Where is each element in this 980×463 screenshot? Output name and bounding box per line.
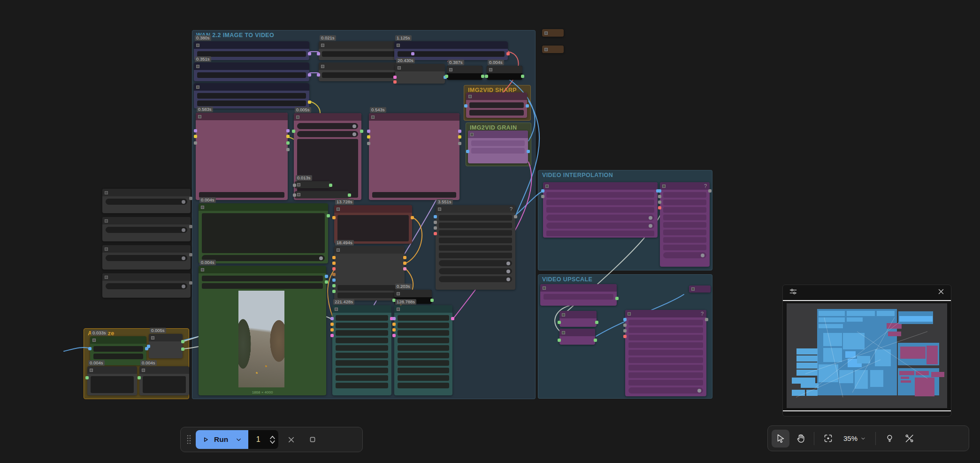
widget-field[interactable] [337, 293, 401, 298]
collapse-icon[interactable] [196, 65, 199, 68]
output-port[interactable] [430, 299, 434, 302]
input-port[interactable] [317, 73, 320, 77]
widget-field[interactable] [663, 207, 706, 213]
output-port[interactable] [325, 280, 328, 284]
select-tool-button[interactable] [772, 430, 789, 448]
node-titlebar[interactable] [194, 41, 309, 49]
input-port[interactable] [138, 376, 141, 379]
collapse-icon[interactable] [321, 65, 324, 68]
node-titlebar[interactable] [540, 284, 617, 292]
graph-node[interactable] [542, 46, 564, 53]
output-port[interactable] [181, 347, 184, 351]
graph-node[interactable]: ? [660, 182, 710, 267]
graph-node[interactable]: 1868 × 4000 [199, 266, 326, 395]
collapse-icon[interactable] [468, 95, 472, 98]
graph-node[interactable] [466, 93, 527, 118]
widget-field[interactable] [197, 72, 306, 78]
input-port[interactable] [392, 328, 396, 332]
output-port[interactable] [451, 317, 454, 320]
widget-textarea[interactable] [143, 376, 186, 393]
widget-field[interactable] [439, 238, 512, 243]
collapse-icon[interactable] [337, 248, 340, 252]
node-titlebar[interactable] [334, 205, 412, 213]
graph-node[interactable] [334, 205, 412, 244]
widget-field[interactable] [336, 323, 388, 328]
graph-node[interactable] [139, 366, 189, 395]
widget-field[interactable] [663, 200, 706, 205]
input-port[interactable] [194, 129, 197, 132]
input-port[interactable] [330, 334, 334, 337]
node-titlebar[interactable] [369, 113, 459, 121]
node-titlebar[interactable] [149, 334, 183, 341]
node-graph-canvas[interactable]: WAN 2.2 IMAGE TO VIDEOIMG2VID SHARPIMG2V… [0, 0, 980, 463]
graph-node[interactable] [102, 273, 191, 298]
collapse-icon[interactable] [297, 193, 300, 196]
widget-field[interactable] [202, 276, 323, 281]
toolbar-drag-handle[interactable] [185, 434, 192, 445]
widget-field[interactable] [372, 192, 456, 198]
output-port[interactable] [327, 214, 330, 217]
graph-node[interactable] [394, 305, 452, 395]
input-port[interactable] [658, 189, 661, 193]
output-port[interactable] [189, 253, 192, 256]
widget-field[interactable] [398, 315, 449, 321]
widget-field[interactable] [398, 368, 449, 373]
graph-node[interactable] [149, 334, 183, 358]
widget-combo[interactable] [202, 255, 325, 261]
node-titlebar[interactable] [559, 311, 597, 318]
widget-field[interactable] [398, 353, 449, 358]
output-port[interactable] [308, 52, 311, 55]
graph-node[interactable] [194, 62, 309, 81]
input-port[interactable] [485, 75, 488, 78]
fit-view-button[interactable] [819, 430, 837, 448]
node-titlebar[interactable] [559, 329, 595, 336]
widget-textarea[interactable] [202, 213, 325, 253]
input-port[interactable] [658, 201, 661, 204]
collapse-icon[interactable] [201, 206, 204, 209]
graph-node[interactable] [447, 66, 482, 80]
node-titlebar[interactable] [394, 290, 432, 297]
widget-combo[interactable] [439, 268, 512, 274]
output-port[interactable] [506, 52, 510, 55]
graph-node[interactable] [102, 189, 191, 213]
widget-field[interactable] [93, 346, 143, 352]
node-titlebar[interactable] [542, 29, 564, 37]
widget-field[interactable] [439, 223, 512, 228]
collapse-icon[interactable] [92, 339, 96, 342]
widget-field[interactable] [628, 380, 703, 386]
input-port[interactable] [332, 267, 336, 270]
widget-combo[interactable] [439, 260, 512, 266]
collapse-icon[interactable] [196, 44, 199, 47]
graph-node[interactable] [543, 182, 658, 238]
node-titlebar[interactable] [466, 93, 527, 100]
input-port[interactable] [464, 104, 467, 108]
output-port[interactable] [286, 135, 290, 138]
graph-node[interactable] [487, 66, 522, 80]
node-titlebar[interactable] [625, 310, 706, 317]
widget-combo[interactable] [628, 387, 703, 394]
node-titlebar[interactable] [102, 189, 191, 196]
widget-field[interactable] [663, 245, 706, 250]
graph-node[interactable] [468, 131, 528, 163]
node-titlebar[interactable] [194, 62, 309, 70]
collapse-icon[interactable] [470, 133, 474, 136]
output-port[interactable] [514, 215, 517, 218]
graph-node[interactable]: ? [436, 205, 515, 290]
node-titlebar[interactable] [90, 336, 146, 344]
minimap-close-button[interactable] [937, 287, 945, 298]
node-titlebar[interactable] [543, 182, 658, 190]
collapse-icon[interactable] [321, 44, 324, 47]
collapse-icon[interactable] [562, 313, 565, 316]
input-port[interactable] [330, 323, 334, 326]
input-port[interactable] [367, 142, 370, 145]
minimap-settings-button[interactable] [789, 287, 798, 298]
input-port[interactable] [194, 141, 197, 145]
graph-node[interactable] [559, 311, 597, 327]
input-port[interactable] [623, 329, 627, 332]
node-titlebar[interactable] [199, 266, 326, 273]
input-port[interactable] [392, 317, 396, 320]
collapse-icon[interactable] [449, 68, 452, 71]
input-port[interactable] [658, 195, 661, 198]
input-port[interactable] [445, 75, 448, 78]
widget-field[interactable] [544, 294, 613, 300]
